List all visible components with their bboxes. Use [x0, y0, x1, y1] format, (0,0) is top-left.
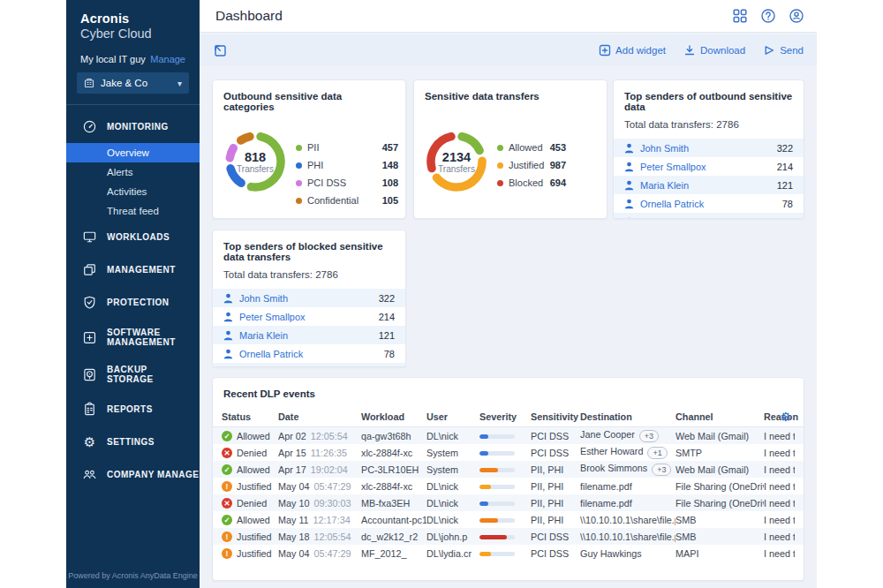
legend-label: Allowed [509, 142, 545, 153]
sidebar-item-settings[interactable]: ⚙SETTINGS [66, 426, 200, 458]
sender-row[interactable]: Ornella Patrick78 [614, 194, 804, 213]
sidebar-subitem-alerts[interactable]: Alerts [66, 162, 200, 182]
status-label: Justified [237, 481, 272, 492]
send-icon [763, 44, 775, 57]
sidebar-item-company-management[interactable]: COMPANY MANAGEMENT [66, 458, 200, 491]
chart-legend: PII457PHI148PCI DSS108Confidential105 [296, 139, 398, 209]
download-label: Download [700, 45, 745, 56]
sidebar-item-protection[interactable]: PROTECTION [66, 286, 200, 319]
expand-icon[interactable] [213, 43, 228, 58]
sender-name-link[interactable]: John Smith [640, 143, 777, 154]
widget-outbound-categories: Outbound sensitive data categories 818Tr… [212, 79, 406, 219]
cell-reason: I need to [764, 448, 795, 458]
sender-row[interactable]: Ornella Patrick78 [213, 344, 405, 363]
help-icon[interactable] [760, 8, 776, 24]
legend-item: Confidential105 [296, 192, 398, 209]
sender-row[interactable]: Peter Smallpox214 [614, 157, 804, 176]
layers-icon [82, 262, 97, 277]
cell-workload: MF_2012_ [361, 548, 426, 559]
sidebar: Acronis Cyber Cloud My local IT guy Mana… [66, 0, 200, 588]
user-icon [223, 293, 233, 304]
sender-row[interactable]: Lester Appleseed51 [213, 363, 405, 367]
sidebar-item-label: SETTINGS [107, 437, 155, 447]
cell-status: !Justified [222, 548, 278, 559]
dlp-row[interactable]: ✕DeniedApr 1511:26:35xlc-2884f-xcSystemP… [213, 444, 804, 461]
sender-row[interactable]: Peter Smallpox214 [213, 307, 405, 326]
cell-user: DL\nick [426, 498, 479, 509]
table-settings-gear-icon[interactable]: ⚙ [780, 411, 791, 423]
sender-name-link[interactable]: Ornella Patrick [640, 199, 782, 209]
cell-severity [479, 448, 531, 458]
cell-channel: SMTP [675, 448, 764, 458]
sender-row[interactable]: John Smith322 [614, 139, 804, 157]
widget-subtitle: Total data transfers: 2786 [213, 262, 405, 285]
legend-item: Allowed453 [497, 139, 566, 156]
sidebar-item-label: WORKLOADS [107, 232, 170, 242]
dashboard-toolbar: Add widget Download Send [200, 34, 817, 66]
widget-title: Outbound sensitive data categories [213, 80, 405, 112]
monitor-icon [82, 230, 97, 245]
user-icon [624, 180, 634, 191]
legend-label: PHI [307, 160, 377, 170]
sidebar-item-workloads[interactable]: WORKLOADS [66, 221, 200, 253]
legend-item: PHI148 [296, 156, 398, 174]
dlp-row[interactable]: !JustifiedMay 1812:05:54dc_w2k12_r2DL\jo… [213, 528, 804, 545]
cell-channel: File Sharing (OneDrive) [675, 481, 764, 492]
destination-count-badge[interactable]: +3 [652, 464, 671, 476]
sender-name-link[interactable]: Lester Appleseed [640, 217, 782, 220]
sender-name-link[interactable]: John Smith [239, 293, 379, 304]
sender-name-link[interactable]: Maria Klein [640, 180, 777, 191]
sidebar-item-label: MONITORING [107, 122, 169, 132]
sidebar-subitem-overview[interactable]: Overview [66, 143, 200, 162]
add-widget-button[interactable]: Add widget [599, 44, 666, 57]
sidebar-item-management[interactable]: MANAGEMENT [66, 253, 200, 286]
widget-title: Top senders of outbound sensitive data [614, 80, 804, 112]
sidebar-item-monitoring[interactable]: MONITORING [66, 110, 200, 143]
destination-count-badge[interactable]: +1 [647, 447, 667, 459]
sidebar-item-reports[interactable]: REPORTS [66, 393, 200, 426]
sidebar-subitem-activities[interactable]: Activities [66, 182, 200, 201]
dlp-row[interactable]: ✓AllowedApr 1719:02:04PC-3LR10EHSystemPI… [213, 461, 804, 478]
dlp-row[interactable]: ✓AllowedApr 0212:05:54qa-gw3t68hDL\nickP… [213, 427, 804, 444]
sidebar-item-software-management[interactable]: SOFTWARE MANAGEMENT [66, 319, 200, 356]
sender-row[interactable]: Maria Klein121 [614, 176, 804, 194]
legend-label: Justified [509, 160, 545, 170]
user-icon [223, 349, 233, 359]
cell-severity [479, 481, 531, 492]
sender-name-link[interactable]: Peter Smallpox [640, 162, 777, 172]
status-allowed-icon: ✓ [222, 431, 232, 441]
dlp-row[interactable]: !JustifiedMay 0405:47:29xlc-2884f-xcDL\n… [213, 478, 804, 494]
cell-channel: SMB [675, 515, 764, 525]
dlp-row[interactable]: ✕DeniedMay 1009:30:03MB-fxa3EHDL\nickPII… [213, 494, 804, 511]
apps-grid-icon[interactable] [732, 8, 748, 24]
clipboard-icon [82, 402, 97, 417]
sidebar-item-backup-storage[interactable]: BACKUP STORAGE [66, 356, 200, 393]
download-button[interactable]: Download [683, 44, 745, 57]
cell-sensitivity: PII, PHI [531, 481, 580, 492]
cell-status: !Justified [222, 531, 278, 542]
sender-row[interactable]: John Smith322 [213, 289, 405, 307]
cell-destination: filename.pdf [580, 481, 675, 492]
send-button[interactable]: Send [763, 44, 804, 57]
severity-bar [479, 434, 515, 439]
widget-title: Top senders of blocked sensitive data tr… [213, 230, 405, 262]
sender-name-link[interactable]: Maria Klein [239, 330, 379, 341]
sidebar-subitem-threat-feed[interactable]: Threat feed [66, 201, 200, 221]
company-selector[interactable]: Jake & Co ▾ [77, 72, 189, 94]
status-label: Denied [237, 448, 267, 458]
account-icon[interactable] [789, 8, 804, 24]
sender-row[interactable]: Lester Appleseed51 [614, 213, 804, 219]
donut-chart: 818Transfers [223, 130, 287, 193]
logo-line2: Cyber Cloud [80, 26, 185, 41]
sender-name-link[interactable]: Ornella Patrick [239, 349, 384, 359]
dlp-col-user: User [426, 411, 479, 422]
destination-count-badge[interactable]: +3 [639, 430, 659, 442]
manage-link[interactable]: Manage [150, 54, 185, 64]
sender-row[interactable]: Maria Klein121 [213, 326, 405, 344]
sender-name-link[interactable]: Lester Appleseed [239, 367, 384, 368]
sender-name-link[interactable]: Peter Smallpox [239, 312, 379, 322]
status-label: Justified [237, 531, 272, 542]
dlp-row[interactable]: !JustifiedMay 0405:47:29MF_2012_DL\lydia… [213, 545, 804, 562]
dlp-col-severity: Severity [479, 411, 531, 422]
dlp-row[interactable]: ✓AllowedMay 1112:17:34Accountant-pc12DL\… [213, 511, 804, 528]
